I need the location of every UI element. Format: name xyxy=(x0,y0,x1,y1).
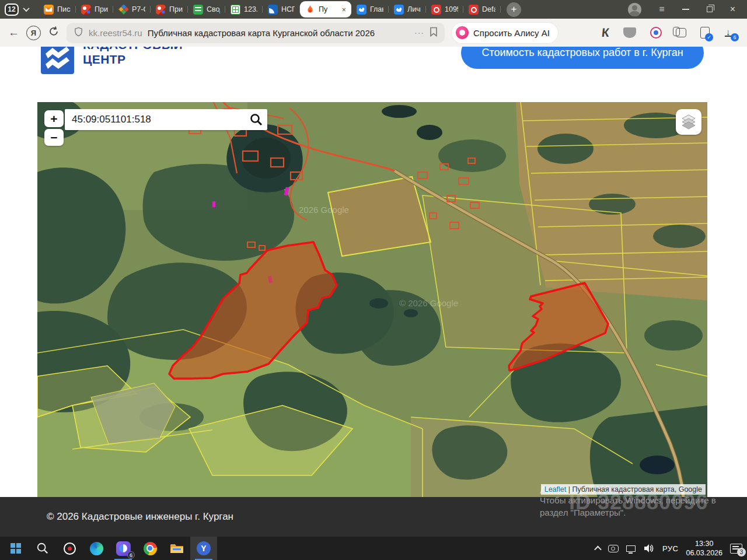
downloads-button[interactable]: ↓ 6 xyxy=(724,27,735,38)
chrome-icon xyxy=(144,542,157,555)
map-canvas[interactable]: 2026 Google © 2026 Google xyxy=(37,102,707,497)
profile-avatar[interactable] xyxy=(628,3,641,16)
windows-start-icon xyxy=(11,543,21,554)
tab-default[interactable]: Defa xyxy=(463,2,501,17)
shield-icon xyxy=(74,26,83,40)
taskbar-yandex-browser[interactable]: Y xyxy=(190,537,217,560)
taskbar-explorer[interactable] xyxy=(163,537,190,560)
tab-label: Пу xyxy=(319,5,327,13)
tray-expand-icon[interactable] xyxy=(594,545,602,553)
address-bar[interactable]: kk.reestr54.ru Публичная кадастровая кар… xyxy=(67,23,445,43)
r7-office-icon xyxy=(118,5,128,15)
close-window-button[interactable]: × xyxy=(730,5,735,14)
browser-menu-button[interactable]: ≡ xyxy=(659,5,664,14)
alice-label: Спросить Алису AI xyxy=(473,28,550,38)
new-tab-button[interactable]: + xyxy=(507,2,521,17)
chevron-down-icon xyxy=(23,5,29,12)
logo-text[interactable]: КАДАСТРОВЫЙ ЦЕНТР xyxy=(83,47,183,66)
browser-tabstrip: 12 Пись Прил Р7-О Прил Свод 123.х xyxy=(0,0,747,19)
leaflet-link[interactable]: Leaflet xyxy=(544,485,567,494)
search-button[interactable] xyxy=(245,109,267,130)
spreadsheet-icon xyxy=(231,5,240,15)
notification-center-icon[interactable]: 3 xyxy=(730,544,742,554)
logo-line1: КАДАСТРОВЫЙ xyxy=(83,47,183,52)
tab-nspd[interactable]: НСПД xyxy=(263,2,300,17)
start-button[interactable] xyxy=(2,537,29,560)
tray-display-icon[interactable] xyxy=(626,545,636,552)
tab-active-cadastral-map[interactable]: Пу × xyxy=(300,1,351,18)
bookmark-icon[interactable] xyxy=(430,27,438,39)
vk-blue-icon xyxy=(394,5,404,15)
yandex-logo-icon[interactable]: Я xyxy=(26,26,41,40)
taskbar-app-c[interactable] xyxy=(56,537,83,560)
ask-alice-button[interactable]: Спросить Алису AI xyxy=(452,23,558,43)
attribution-separator: | xyxy=(566,485,572,494)
search-icon xyxy=(249,113,263,127)
windows-taskbar: 6 Y РУС 13:30 06.03.2026 3 xyxy=(0,537,747,560)
tab-lichn[interactable]: Личн xyxy=(389,2,426,17)
site-footer: © 2026 Кадастровые инженеры г. Курган xyxy=(0,497,747,537)
refresh-button[interactable] xyxy=(48,26,60,40)
taskbar-edge[interactable] xyxy=(83,537,110,560)
tab-svod[interactable]: Свод xyxy=(188,2,225,17)
restore-button[interactable] xyxy=(707,6,713,12)
toolbar-extensions: К ✓ ↓ 6 xyxy=(602,26,739,40)
zoom-out-button[interactable]: − xyxy=(44,129,64,146)
site-content: КАДАСТРОВЫЙ ЦЕНТР Стоимость кадастровых … xyxy=(0,47,747,497)
taskbar-purple-app[interactable]: 6 xyxy=(110,537,137,560)
logo-line2: ЦЕНТР xyxy=(83,52,183,66)
attribution-text: Публичная кадастровая карта, Google xyxy=(572,485,702,494)
google-watermark: 2026 Google xyxy=(299,205,349,215)
tab-mail[interactable]: Пись xyxy=(39,2,76,17)
system-tray: РУС 13:30 06.03.2026 3 xyxy=(595,539,742,558)
tab-counter[interactable]: 12 xyxy=(5,3,33,16)
tab-1095[interactable]: 1095 xyxy=(426,2,463,17)
language-indicator[interactable]: РУС xyxy=(662,544,679,553)
tab-app2[interactable]: Прил xyxy=(151,2,188,17)
tab-label: Глав xyxy=(370,5,383,13)
tab-r7-office[interactable]: Р7-О xyxy=(113,2,151,17)
vk-blue-icon xyxy=(357,5,366,15)
tab-list-button[interactable] xyxy=(20,3,33,16)
tab-groups-icon[interactable] xyxy=(676,28,686,37)
alice-icon xyxy=(456,26,469,39)
map-layers-button[interactable] xyxy=(676,109,701,135)
close-tab-icon[interactable]: × xyxy=(341,6,346,13)
cadastral-center-logo[interactable] xyxy=(41,47,74,74)
tab-label: 123.х xyxy=(244,5,257,13)
site-domain[interactable]: kk.reestr54.ru xyxy=(89,28,142,38)
cadastral-map[interactable]: 2026 Google © 2026 Google Активация Wind… xyxy=(37,102,707,497)
map-attribution: Leaflet | Публичная кадастровая карта, G… xyxy=(541,484,706,495)
tab-label: НСПД xyxy=(281,5,295,13)
kontur-extension-icon[interactable]: К xyxy=(601,26,610,40)
app-notification-badge: 6 xyxy=(127,551,135,559)
minimize-button[interactable] xyxy=(682,9,689,10)
taskbar-search-button[interactable] xyxy=(29,537,56,560)
doc-verified-icon[interactable]: ✓ xyxy=(700,27,710,38)
blue-doc-icon xyxy=(268,5,278,15)
tab-app1[interactable]: Прил xyxy=(76,2,113,17)
adblock-shield-icon[interactable] xyxy=(623,27,636,38)
volume-icon[interactable] xyxy=(643,543,655,554)
more-icon[interactable]: ··· xyxy=(414,28,424,37)
protect-extension-icon[interactable] xyxy=(650,27,662,38)
zoom-in-button[interactable]: + xyxy=(44,110,64,127)
taskbar-clock[interactable]: 13:30 06.03.2026 xyxy=(686,539,722,558)
yandex-browser-icon: Y xyxy=(197,541,211,555)
window-controls: ≡ × xyxy=(628,3,742,16)
downloads-badge: 6 xyxy=(731,33,739,41)
cadastral-search-input[interactable] xyxy=(65,114,245,125)
back-button[interactable]: ← xyxy=(8,26,19,39)
tab-count-badge[interactable]: 12 xyxy=(5,4,19,16)
cadastral-works-cost-button[interactable]: Стоимость кадастровых работ в г. Курган xyxy=(461,47,704,69)
tab-spreadsheet[interactable]: 123.х xyxy=(225,2,263,17)
tab-label: Defa xyxy=(482,5,495,13)
footer-copyright: © 2026 Кадастровые инженеры г. Курган xyxy=(47,511,233,523)
tab-glav[interactable]: Глав xyxy=(351,2,389,17)
google-watermark: © 2026 Google xyxy=(399,298,458,308)
taskbar-chrome[interactable] xyxy=(137,537,163,560)
map-zoom-controls: + − xyxy=(44,110,64,146)
tray-camera-icon[interactable] xyxy=(608,545,619,552)
green-doc-icon xyxy=(193,5,203,15)
cadastral-search-box xyxy=(65,109,267,130)
